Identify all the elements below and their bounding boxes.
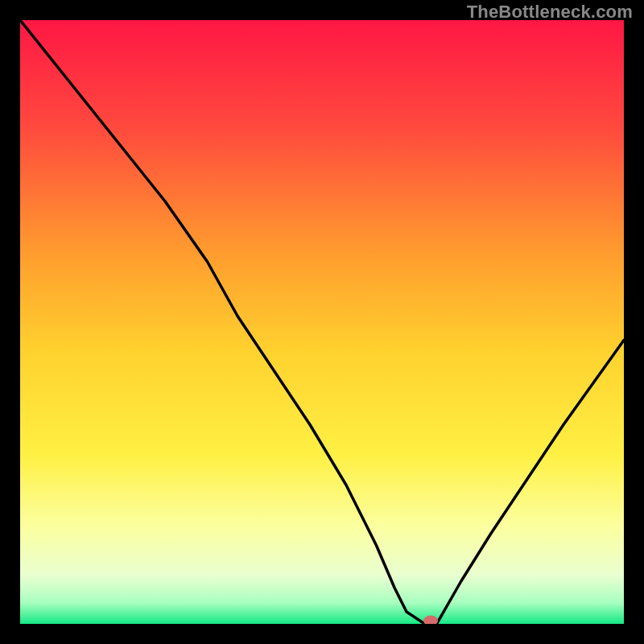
gradient-background (20, 20, 624, 624)
chart-frame: { "watermark": "TheBottleneck.com", "cha… (0, 0, 644, 644)
bottleneck-chart (20, 20, 624, 624)
